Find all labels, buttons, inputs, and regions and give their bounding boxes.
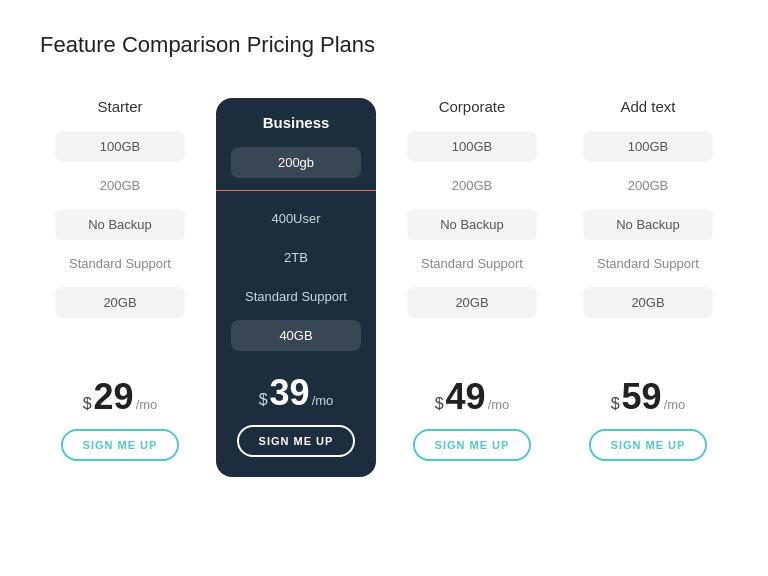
price-period-corporate: /mo bbox=[488, 397, 510, 412]
feature-box-corporate-0: 100GB bbox=[407, 131, 537, 162]
feature-row-starter-4: 20GB bbox=[40, 287, 200, 318]
price-amount-add-text: 59 bbox=[622, 379, 662, 415]
feature-text-add-text-3: Standard Support bbox=[583, 248, 713, 279]
feature-row-add-text-1: 200GB bbox=[568, 170, 728, 201]
price-section-corporate: $49/mo bbox=[435, 379, 510, 415]
feature-row-add-text-3: Standard Support bbox=[568, 248, 728, 279]
price-dollar-starter: $ bbox=[83, 395, 92, 413]
signup-button-business[interactable]: SIGN ME UP bbox=[237, 425, 356, 457]
price-dollar-corporate: $ bbox=[435, 395, 444, 413]
feature-row-corporate-3: Standard Support bbox=[392, 248, 552, 279]
feature-row-starter-0: 100GB bbox=[40, 131, 200, 162]
feature-text-business-3: 2TB bbox=[231, 242, 361, 273]
feature-box-add-text-2: No Backup bbox=[583, 209, 713, 240]
price-section-business: $39/mo bbox=[259, 375, 334, 411]
feature-text-add-text-1: 200GB bbox=[583, 170, 713, 201]
feature-row-business-3: 2TB bbox=[216, 242, 376, 273]
feature-text-starter-3: Standard Support bbox=[55, 248, 185, 279]
plan-card-starter: Starter100GB200GBNo BackupStandard Suppo… bbox=[40, 98, 200, 477]
price-dollar-business: $ bbox=[259, 391, 268, 409]
price-amount-corporate: 49 bbox=[446, 379, 486, 415]
price-period-add-text: /mo bbox=[664, 397, 686, 412]
feature-box-starter-2: No Backup bbox=[55, 209, 185, 240]
feature-row-add-text-0: 100GB bbox=[568, 131, 728, 162]
feature-box-business-5: 40GB bbox=[231, 320, 361, 351]
feature-box-add-text-4: 20GB bbox=[583, 287, 713, 318]
feature-text-business-4: Standard Support bbox=[231, 281, 361, 312]
plan-card-business: Business200gb400User2TBStandard Support4… bbox=[216, 98, 376, 477]
plan-name-corporate: Corporate bbox=[439, 98, 506, 115]
divider-line bbox=[216, 190, 376, 191]
price-section-add-text: $59/mo bbox=[611, 379, 686, 415]
price-period-starter: /mo bbox=[136, 397, 158, 412]
feature-row-add-text-4: 20GB bbox=[568, 287, 728, 318]
feature-row-corporate-4: 20GB bbox=[392, 287, 552, 318]
feature-box-business-0: 200gb bbox=[231, 147, 361, 178]
feature-row-corporate-1: 200GB bbox=[392, 170, 552, 201]
page-title: Feature Comparison Pricing Plans bbox=[40, 32, 375, 58]
signup-button-corporate[interactable]: SIGN ME UP bbox=[413, 429, 532, 461]
feature-box-add-text-0: 100GB bbox=[583, 131, 713, 162]
feature-row-starter-2: No Backup bbox=[40, 209, 200, 240]
feature-row-corporate-0: 100GB bbox=[392, 131, 552, 162]
feature-text-corporate-3: Standard Support bbox=[407, 248, 537, 279]
plan-card-add-text: Add text100GB200GBNo BackupStandard Supp… bbox=[568, 98, 728, 477]
price-period-business: /mo bbox=[312, 393, 334, 408]
plan-name-add-text: Add text bbox=[620, 98, 675, 115]
feature-row-business-4: Standard Support bbox=[216, 281, 376, 312]
feature-row-starter-3: Standard Support bbox=[40, 248, 200, 279]
plans-container: Starter100GB200GBNo BackupStandard Suppo… bbox=[40, 98, 728, 477]
feature-row-corporate-2: No Backup bbox=[392, 209, 552, 240]
signup-button-starter[interactable]: SIGN ME UP bbox=[61, 429, 180, 461]
feature-box-starter-0: 100GB bbox=[55, 131, 185, 162]
price-dollar-add-text: $ bbox=[611, 395, 620, 413]
feature-box-starter-4: 20GB bbox=[55, 287, 185, 318]
feature-row-business-0: 200gb bbox=[216, 147, 376, 178]
signup-button-add-text[interactable]: SIGN ME UP bbox=[589, 429, 708, 461]
plan-card-corporate: Corporate100GB200GBNo BackupStandard Sup… bbox=[392, 98, 552, 477]
price-amount-business: 39 bbox=[270, 375, 310, 411]
price-amount-starter: 29 bbox=[94, 379, 134, 415]
feature-row-starter-1: 200GB bbox=[40, 170, 200, 201]
feature-row-business-5: 40GB bbox=[216, 320, 376, 351]
feature-text-corporate-1: 200GB bbox=[407, 170, 537, 201]
feature-box-corporate-4: 20GB bbox=[407, 287, 537, 318]
feature-box-corporate-2: No Backup bbox=[407, 209, 537, 240]
feature-row-business-2: 400User bbox=[216, 203, 376, 234]
plan-name-business: Business bbox=[263, 114, 330, 131]
plan-name-starter: Starter bbox=[97, 98, 142, 115]
feature-row-add-text-2: No Backup bbox=[568, 209, 728, 240]
feature-divider-business-1 bbox=[216, 186, 376, 195]
feature-text-starter-1: 200GB bbox=[55, 170, 185, 201]
price-section-starter: $29/mo bbox=[83, 379, 158, 415]
feature-text-business-2: 400User bbox=[231, 203, 361, 234]
